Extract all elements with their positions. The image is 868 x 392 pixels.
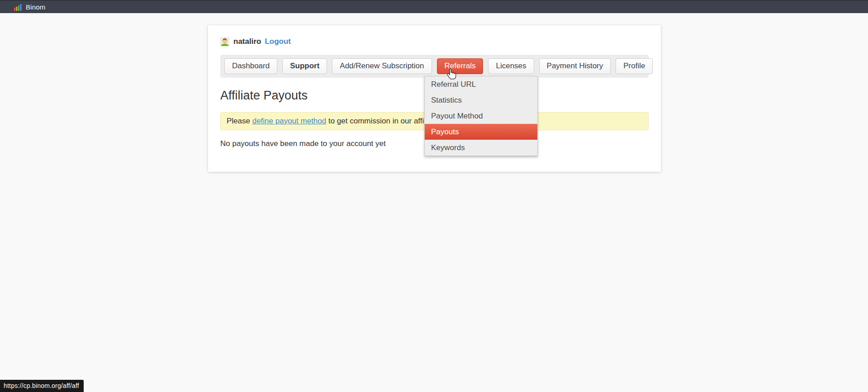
main-nav: Dashboard Support Add/Renew Subscription… [220, 55, 649, 78]
username: nataliro [233, 37, 261, 46]
menu-item-payouts[interactable]: Payouts [425, 124, 537, 140]
bar-chart-icon [14, 3, 22, 11]
brand-title: Binom [26, 3, 46, 11]
menu-item-keywords[interactable]: Keywords [425, 140, 537, 156]
nav-tab-referrals[interactable]: Referrals [437, 58, 484, 74]
define-payout-method-link[interactable]: define payout method [252, 117, 327, 125]
user-avatar-icon [220, 37, 229, 46]
link-preview-statusbar: https://cp.binom.org/aff/aff [0, 380, 84, 392]
top-bar: Binom [0, 0, 868, 13]
menu-item-referral-url[interactable]: Referral URL [425, 76, 537, 92]
referrals-dropdown-menu: Referral URL Statistics Payout Method Pa… [424, 76, 538, 156]
notice-text-prefix: Please [227, 117, 252, 125]
nav-tab-add-renew-subscription[interactable]: Add/Renew Subscription [332, 58, 432, 74]
nav-tab-licenses[interactable]: Licenses [488, 58, 534, 74]
notice-text-suffix: to get commission in our affilia [326, 117, 432, 125]
user-row: nataliro Logout [220, 37, 649, 46]
menu-item-payout-method[interactable]: Payout Method [425, 108, 537, 124]
nav-tab-dashboard[interactable]: Dashboard [224, 58, 277, 74]
nav-tab-payment-history[interactable]: Payment History [539, 58, 611, 74]
nav-tab-support[interactable]: Support [282, 58, 327, 74]
menu-item-statistics[interactable]: Statistics [425, 92, 537, 108]
logout-link[interactable]: Logout [265, 37, 291, 46]
binom-logo[interactable]: Binom [14, 3, 46, 11]
nav-tab-profile[interactable]: Profile [616, 58, 653, 74]
